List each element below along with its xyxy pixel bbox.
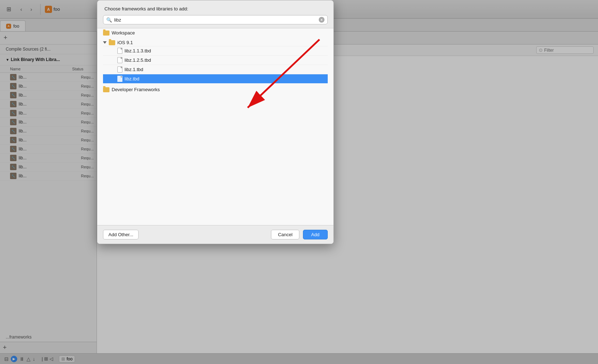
expand-icon	[103, 41, 107, 44]
clear-button[interactable]: ×	[319, 17, 324, 23]
ios91-header[interactable]: iOS 9.1	[103, 39, 328, 46]
file-row[interactable]: libz.1.2.5.tbd	[103, 55, 328, 65]
file-doc-icon	[117, 48, 122, 54]
dev-frameworks-label: Developer Frameworks	[112, 87, 160, 92]
file-name: libz.1.tbd	[125, 67, 143, 72]
file-name: libz.1.1.3.tbd	[125, 48, 151, 53]
file-list: Workspace iOS 9.1 libz.1.1.3.tbd libz.1.…	[97, 28, 333, 225]
modal-header: Choose frameworks and libraries to add:	[97, 0, 333, 15]
folder-icon	[109, 40, 115, 45]
folder-icon	[103, 31, 109, 36]
workspace-label: Workspace	[112, 30, 135, 36]
modal-overlay: Choose frameworks and libraries to add: …	[0, 0, 598, 364]
workspace-folder[interactable]: Workspace	[97, 28, 333, 37]
add-other-button[interactable]: Add Other...	[103, 230, 139, 239]
search-input[interactable]	[114, 17, 317, 23]
file-name-selected: libz.tbd	[125, 76, 139, 81]
search-wrap: 🔍 ×	[103, 15, 328, 24]
folder-icon	[103, 87, 109, 92]
ios-section: iOS 9.1 libz.1.1.3.tbd libz.1.2.5.tbd li…	[97, 37, 333, 85]
file-row[interactable]: libz.1.tbd	[103, 65, 328, 74]
modal-search-area: 🔍 ×	[97, 15, 333, 28]
file-name: libz.1.2.5.tbd	[125, 57, 151, 63]
modal-title: Choose frameworks and libraries to add:	[104, 6, 188, 11]
modal-footer: Add Other... Cancel Add	[97, 225, 333, 244]
framework-picker-modal: Choose frameworks and libraries to add: …	[97, 0, 334, 244]
search-icon: 🔍	[106, 17, 112, 23]
file-doc-icon	[117, 76, 122, 82]
footer-right: Cancel Add	[271, 230, 328, 239]
file-row-selected[interactable]: libz.tbd	[103, 74, 328, 83]
file-row[interactable]: libz.1.1.3.tbd	[103, 46, 328, 55]
cancel-button[interactable]: Cancel	[271, 230, 299, 239]
add-button[interactable]: Add	[303, 230, 328, 239]
dev-frameworks-folder[interactable]: Developer Frameworks	[97, 85, 333, 94]
file-doc-icon	[117, 66, 122, 73]
file-doc-icon	[117, 57, 122, 63]
ios91-label: iOS 9.1	[117, 40, 133, 45]
